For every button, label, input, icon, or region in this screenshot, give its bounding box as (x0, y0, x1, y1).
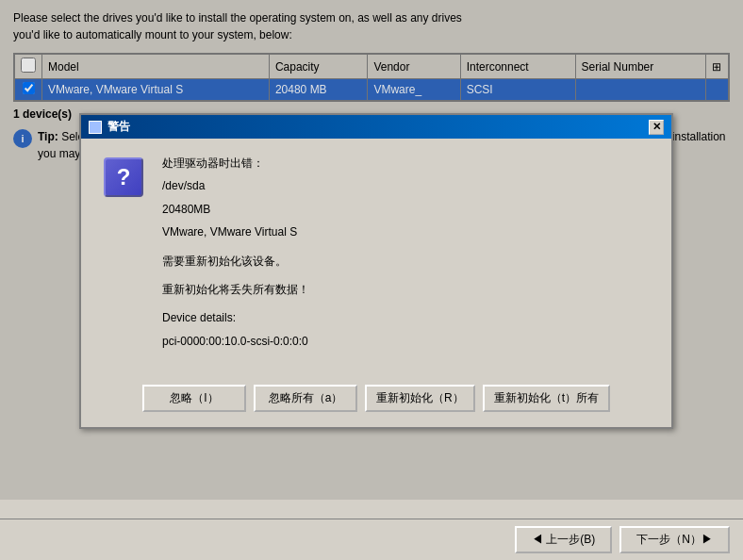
reinit-block: 需要重新初始化该设备。 (162, 252, 652, 271)
ignore-all-button[interactable]: 忽略所有（a） (254, 385, 357, 412)
dialog-overlay: 警告 ✕ 处理驱动器时出错： /dev/sda 20480MB VMware, … (0, 0, 743, 500)
device-details-value: pci-0000:00:10.0-scsi-0:0:0:0 (162, 332, 652, 351)
device-details-block: Device details: pci-0000:00:10.0-scsi-0:… (162, 308, 652, 351)
dialog-icon-area (100, 154, 147, 360)
warning-dialog: 警告 ✕ 处理驱动器时出错： /dev/sda 20480MB VMware, … (79, 113, 673, 429)
reinit-all-button[interactable]: 重新初始化（t）所有 (483, 385, 610, 412)
device-size: 20480MB (162, 200, 652, 219)
error-block: 处理驱动器时出错： /dev/sda 20480MB VMware, VMwar… (162, 154, 652, 242)
dialog-buttons: 忽略（I） 忽略所有（a） 重新初始化（R） 重新初始化（t）所有 (81, 375, 671, 427)
back-button[interactable]: ◀ 上一步(B) (515, 526, 612, 553)
device-details-label: Device details: (162, 308, 652, 327)
dialog-title-icon (89, 121, 102, 134)
ignore-button[interactable]: 忽略（I） (142, 385, 246, 412)
device-path: /dev/sda (162, 176, 652, 195)
reinit-button[interactable]: 重新初始化（R） (365, 385, 475, 412)
error-label: 处理驱动器时出错： (162, 154, 652, 173)
dialog-title-text: 警告 (107, 119, 130, 135)
dialog-body: 处理驱动器时出错： /dev/sda 20480MB VMware, VMwar… (81, 139, 671, 375)
data-loss-block: 重新初始化将丢失所有数据！ (162, 280, 652, 299)
next-button[interactable]: 下一步（N）▶ (619, 526, 730, 553)
dialog-content: 处理驱动器时出错： /dev/sda 20480MB VMware, VMwar… (162, 154, 652, 360)
question-icon (104, 157, 143, 197)
dialog-titlebar: 警告 ✕ (81, 115, 671, 139)
data-loss-msg: 重新初始化将丢失所有数据！ (162, 280, 652, 299)
device-model: VMware, VMware Virtual S (162, 222, 652, 241)
dialog-close-button[interactable]: ✕ (649, 120, 664, 135)
bottom-nav-bar: ◀ 上一步(B) 下一步（N）▶ (0, 519, 743, 560)
reinit-msg: 需要重新初始化该设备。 (162, 252, 652, 271)
dialog-title-left: 警告 (89, 119, 130, 135)
